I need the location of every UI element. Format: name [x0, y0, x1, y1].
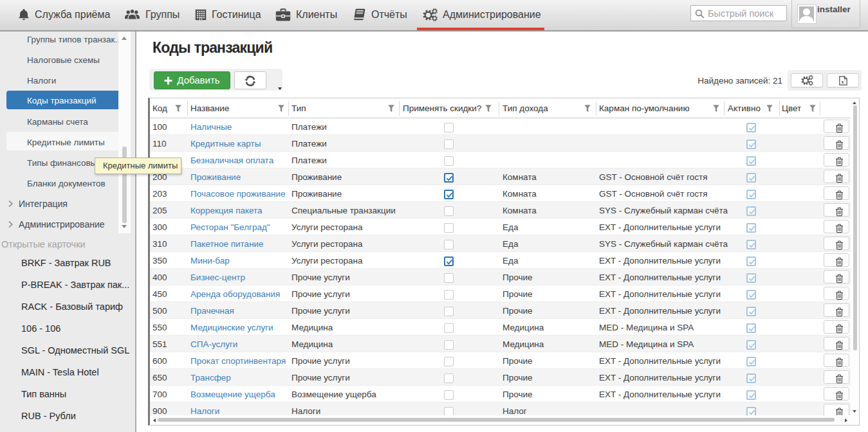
svg-text:x: x — [841, 78, 844, 84]
